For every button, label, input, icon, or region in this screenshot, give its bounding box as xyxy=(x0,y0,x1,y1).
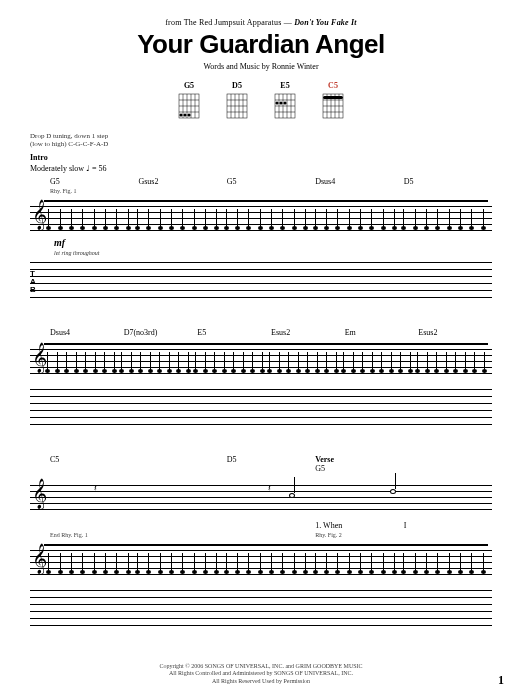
page-number: 1 xyxy=(498,673,504,688)
verse-label: Verse xyxy=(315,455,403,464)
chord-row-2: G5 xyxy=(30,464,492,473)
system-2: Dsus4 D7(no3rd) E5 Esus2 Em Esus2 𝄞 xyxy=(30,328,492,431)
chord-grid-icon xyxy=(321,92,345,122)
system-1: Intro Moderately slow ♩ = 56 G5 Gsus2 G5… xyxy=(30,153,492,304)
chord-row: G5 Gsus2 G5 Dsus4 D5 xyxy=(30,177,492,186)
svg-point-28 xyxy=(279,101,282,104)
source-from: from The Red Jumpsuit Apparatus — xyxy=(165,18,294,27)
header: from The Red Jumpsuit Apparatus — Don't … xyxy=(30,18,492,71)
svg-rect-38 xyxy=(323,96,343,99)
svg-point-10 xyxy=(187,113,190,116)
tab-staff xyxy=(30,387,492,431)
svg-point-27 xyxy=(275,101,278,104)
chord-grid-icon xyxy=(177,92,201,122)
section-label-intro: Intro xyxy=(30,153,492,162)
system-3: C5 D5 Verse G5 𝄞 𝄽𝄽 xyxy=(30,455,492,632)
chord-row: C5 D5 Verse xyxy=(30,455,492,464)
let-ring-note: let ring throughout xyxy=(54,250,99,256)
lyric-row: 1. When I xyxy=(30,521,492,530)
dynamic-mf: mf xyxy=(54,237,65,248)
half-note-icon xyxy=(289,493,295,498)
chord-diagram-g5: G5 xyxy=(177,81,201,122)
chord-grid-icon xyxy=(273,92,297,122)
chord-row: Dsus4 D7(no3rd) E5 Esus2 Em Esus2 xyxy=(30,328,492,337)
chord-grid-icon xyxy=(225,92,249,122)
chord-diagram-e5: E5 xyxy=(273,81,297,122)
chord-diagram-d5: D5 xyxy=(225,81,249,122)
tuning-note: Drop D tuning, down 1 step (low to high)… xyxy=(30,132,492,149)
svg-point-9 xyxy=(183,113,186,116)
vocal-staff: 𝄞 𝄽𝄽 xyxy=(30,479,492,519)
tab-staff: TAB xyxy=(30,260,492,304)
source-album: Don't You Fake It xyxy=(294,18,357,27)
svg-point-8 xyxy=(179,113,182,116)
chord-diagrams: G5 D5 xyxy=(30,81,492,122)
rhy-fig-end: End Rhy. Fig. 1 Rhy. Fig. 2 xyxy=(30,532,492,538)
chord-diagram-c5: C5 xyxy=(321,81,345,122)
notation-staff: 𝄞 mf let ring throughout xyxy=(30,200,492,236)
sheet-music-page: from The Red Jumpsuit Apparatus — Don't … xyxy=(0,0,522,642)
svg-point-29 xyxy=(283,101,286,104)
song-title: Your Guardian Angel xyxy=(30,29,492,60)
credits: Words and Music by Ronnie Winter xyxy=(30,62,492,71)
tempo-marking: Moderately slow ♩ = 56 xyxy=(30,164,492,173)
source-line: from The Red Jumpsuit Apparatus — Don't … xyxy=(30,18,492,27)
notation-staff: 𝄞 xyxy=(30,343,492,379)
notation-staff: 𝄞 xyxy=(30,544,492,580)
rhy-fig-label: Rhy. Fig. 1 xyxy=(30,188,492,194)
tab-staff xyxy=(30,588,492,632)
copyright-footer: Copyright © 2006 SONGS OF UNIVERSAL, INC… xyxy=(0,663,522,686)
